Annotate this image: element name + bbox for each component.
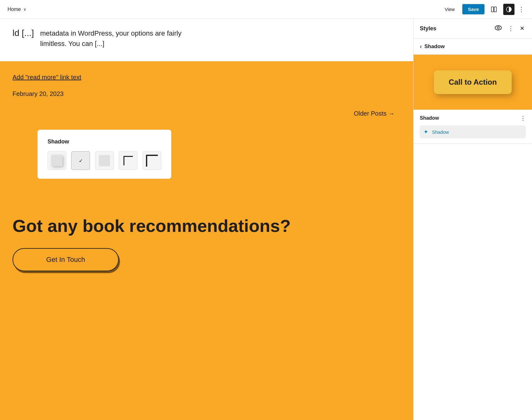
shadow-option-selected[interactable]	[71, 151, 90, 170]
sun-icon: ✦	[424, 128, 428, 135]
svg-rect-0	[491, 7, 494, 12]
cta-section: Got any book recommendations? Get In Tou…	[0, 204, 413, 290]
read-more-link[interactable]: Add "read more" link text	[13, 74, 81, 81]
svg-point-3	[495, 26, 501, 30]
panel-header: Styles ⋮ ✕	[414, 19, 532, 38]
shadow-picker-title: Shadow	[48, 138, 161, 145]
shadow-flat-inner	[99, 155, 110, 166]
panel-preview: Call to Action	[414, 55, 532, 110]
shadow-item-label: Shadow	[432, 129, 449, 135]
panel-title: Styles	[420, 25, 436, 32]
layout-icon-button[interactable]	[488, 4, 499, 15]
panel-eye-button[interactable]	[494, 24, 503, 33]
shadow-outline-lg-inner	[146, 155, 158, 167]
shadow-sub-header: ‹ Shadow	[414, 38, 532, 55]
chevron-down-icon: ∨	[23, 7, 26, 12]
orange-section: Add "read more" link text February 20, 2…	[0, 61, 413, 204]
layout-icon	[491, 6, 497, 12]
cta-heading: Got any book recommendations?	[13, 216, 401, 236]
shadow-option-outline-sm[interactable]	[119, 151, 138, 170]
older-posts-row: Older Posts →	[13, 110, 401, 117]
svg-point-4	[497, 27, 499, 29]
older-posts-link[interactable]: Older Posts →	[354, 110, 394, 117]
preview-cta-button[interactable]: Call to Action	[434, 70, 512, 94]
shadow-option-outline-lg[interactable]	[143, 151, 161, 170]
panel-section-header: Shadow ⋮	[420, 115, 526, 122]
panel-section-dots-button[interactable]: ⋮	[520, 115, 526, 122]
panel-shadow-section: Shadow ⋮ ✦ Shadow	[414, 110, 532, 144]
home-label: Home	[8, 7, 21, 12]
panel-header-icons: ⋮ ✕	[494, 24, 526, 33]
shadow-option-soft[interactable]	[48, 151, 66, 170]
panel-section-title: Shadow	[420, 115, 439, 121]
partial-text: ld [...] metadata in WordPress, your opt…	[13, 28, 401, 49]
halfcircle-icon	[506, 7, 512, 12]
shadow-outline-sm-inner	[123, 156, 133, 165]
panel-close-button[interactable]: ✕	[519, 24, 526, 33]
panel-more-button[interactable]: ⋮	[507, 24, 515, 33]
partial-right-text: metadata in WordPress, your options are …	[40, 28, 181, 49]
top-content-strip: ld [...] metadata in WordPress, your opt…	[0, 19, 413, 61]
dark-mode-button[interactable]	[503, 4, 514, 15]
shadow-sub-title: Shadow	[424, 43, 445, 50]
shadow-option-flat[interactable]	[95, 151, 114, 170]
top-bar-left: Home ∨	[8, 7, 26, 12]
date-text: February 20, 2023	[13, 90, 401, 98]
view-button[interactable]: View	[441, 5, 459, 14]
save-button[interactable]: Save	[462, 4, 484, 14]
partial-left-text: ld [...]	[13, 28, 34, 38]
canvas-area: ld [...] metadata in WordPress, your opt…	[0, 19, 413, 420]
eye-icon	[495, 25, 502, 30]
shadow-soft-inner	[51, 155, 63, 166]
svg-rect-1	[494, 7, 496, 12]
top-bar-right: View Save ⋮	[441, 4, 524, 15]
partial-right-line1: metadata in WordPress, your options are …	[40, 28, 181, 38]
styles-panel: Styles ⋮ ✕ ‹ Shadow Call to Action	[413, 19, 532, 420]
more-options-button[interactable]: ⋮	[518, 6, 524, 13]
partial-right-line2: limitless. You can [...]	[40, 38, 181, 49]
back-button[interactable]: ‹	[420, 43, 422, 50]
cta-get-in-touch-button[interactable]: Get In Touch	[13, 248, 119, 271]
shadow-picker-popup: Shadow	[38, 130, 171, 179]
top-bar: Home ∨ View Save ⋮	[0, 0, 532, 19]
shadow-item[interactable]: ✦ Shadow	[420, 125, 526, 138]
shadow-options	[48, 151, 161, 170]
main-layout: ld [...] metadata in WordPress, your opt…	[0, 19, 532, 420]
